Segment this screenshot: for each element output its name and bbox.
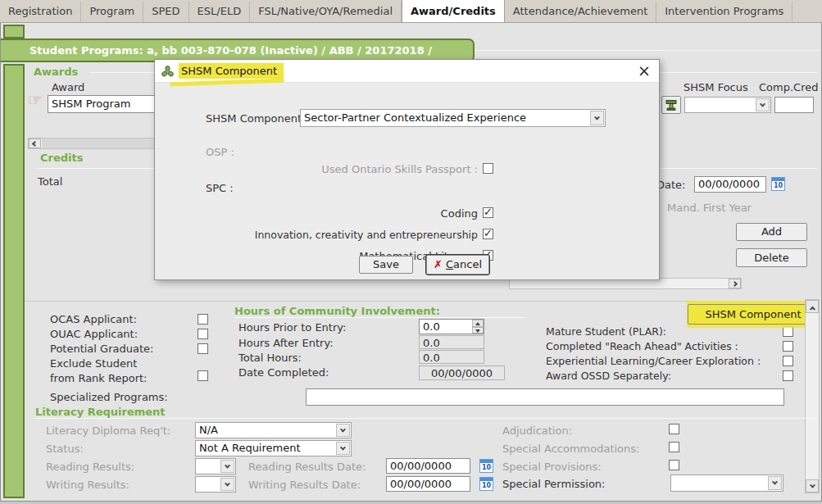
modal-component-label: SHSM Component	[206, 112, 302, 125]
cancel-label: Cancel	[446, 256, 482, 273]
literacy-rule	[35, 418, 816, 419]
scroll-left-button[interactable]	[29, 138, 41, 148]
tab-fsl-native-oya-remedial[interactable]: FSL/Native/OYA/Remedial	[250, 2, 402, 22]
calendar-icon[interactable]: 10	[771, 177, 785, 191]
hours-after-input: 0.0	[419, 335, 484, 349]
writing-results-date-input[interactable]: 00/00/0000	[386, 476, 470, 492]
osp-checkbox-label: Used Ontario Skills Passport :	[273, 163, 478, 175]
hours-after-label: Hours After Entry:	[238, 337, 334, 349]
scroll-down-button[interactable]	[806, 479, 819, 493]
credits-heading: Credits	[40, 152, 83, 164]
specialized-programs-input[interactable]	[306, 388, 784, 406]
tab-attendance-achievement[interactable]: Attendance/Achievement	[505, 2, 656, 22]
chevron-left-icon	[32, 140, 38, 146]
calendar-icon-number: 10	[480, 464, 493, 472]
shsm-tool-button[interactable]	[661, 96, 681, 114]
ouac-applicant-label: OUAC Applicant:	[50, 328, 138, 340]
chevron-down-icon[interactable]	[336, 442, 350, 455]
modal-component-value: Sector-Partner Contextualized Experience	[304, 111, 526, 124]
literacy-diploma-label: Literacy Diploma Req't:	[46, 425, 170, 437]
save-button[interactable]: Save	[359, 256, 413, 274]
literacy-status-label: Status:	[46, 443, 84, 455]
calendar-icon[interactable]: 10	[479, 477, 493, 491]
calendar-icon[interactable]: 10	[479, 459, 493, 473]
potential-graduate-checkbox[interactable]	[198, 343, 208, 354]
award-ossd-label: Award OSSD Separately:	[546, 370, 671, 382]
calendar-icon-number: 10	[772, 182, 784, 190]
spc-innovation-checkbox[interactable]	[483, 229, 493, 239]
spc-group-label: SPC :	[206, 182, 234, 194]
credits-date-input[interactable]: 00/00/0000	[694, 176, 766, 193]
ocas-applicant-checkbox[interactable]	[198, 314, 208, 325]
adjudication-checkbox[interactable]	[669, 424, 679, 434]
modal-component-dropdown[interactable]: Sector-Partner Contextualized Experience	[300, 109, 606, 127]
panel-vscrollbar[interactable]	[805, 299, 820, 493]
spin-down-button[interactable]	[472, 327, 484, 334]
tab-registration[interactable]: Registration	[0, 2, 81, 22]
header-divider-line	[475, 50, 820, 51]
hours-prior-spinner[interactable]	[472, 320, 484, 334]
shsm-focus-dropdown[interactable]	[684, 97, 771, 113]
comp-cred-input[interactable]	[774, 97, 814, 113]
cancel-button[interactable]: ✗ Cancel	[426, 255, 489, 275]
literacy-diploma-dropdown[interactable]: N/A	[195, 422, 352, 438]
tab-esl-eld[interactable]: ESL/ELD	[189, 2, 251, 22]
tab-bar: Registration Program SPED ESL/ELD FSL/Na…	[0, 0, 822, 23]
exclude-student-label-line2: from Rank Report:	[50, 372, 147, 384]
page-title: Student Programs: a, bb 003-870-078 (Ina…	[30, 44, 432, 57]
chevron-down-icon[interactable]	[220, 478, 234, 491]
used-osp-checkbox[interactable]	[483, 163, 493, 174]
mature-student-checkbox[interactable]	[783, 326, 793, 337]
spc-coding-checkbox[interactable]	[483, 207, 493, 218]
tab-sped[interactable]: SPED	[143, 2, 188, 22]
potential-graduate-label: Potential Graduate:	[50, 343, 153, 355]
chevron-down-icon[interactable]	[756, 98, 770, 111]
calendar-icon-top	[772, 178, 784, 181]
chevron-down-icon[interactable]	[590, 111, 604, 125]
writing-results-label: Writing Results:	[46, 479, 129, 491]
tab-award-credits[interactable]: Award/Credits	[402, 0, 505, 22]
reach-ahead-checkbox[interactable]	[783, 341, 793, 352]
shsm-component-button[interactable]: SHSM Component	[688, 304, 819, 325]
row-pointer-hand-icon: ☞	[28, 90, 43, 110]
writing-results-dropdown[interactable]	[195, 476, 236, 493]
chevron-down-icon[interactable]	[768, 476, 782, 490]
ouac-applicant-checkbox[interactable]	[198, 329, 208, 339]
triangle-down-icon	[475, 329, 480, 333]
spc-coding-label: Coding	[273, 207, 478, 220]
literacy-diploma-value: N/A	[199, 424, 218, 436]
close-icon[interactable]: ×	[638, 61, 651, 79]
tab-program[interactable]: Program	[81, 2, 143, 22]
calendar-icon-top	[480, 460, 493, 463]
special-provisions-checkbox[interactable]	[669, 460, 679, 470]
osp-group-label: OSP :	[206, 146, 234, 158]
delete-button[interactable]: Delete	[736, 248, 807, 267]
ocas-applicant-label: OCAS Applicant:	[50, 313, 137, 325]
hours-heading: Hours of Community Involvement:	[234, 305, 440, 317]
reading-results-dropdown[interactable]	[195, 458, 236, 474]
scroll-right-button[interactable]	[729, 279, 741, 288]
special-accommodations-checkbox[interactable]	[669, 442, 679, 452]
dialog-titlebar[interactable]: SHSM Component ×	[155, 60, 659, 83]
left-green-strip	[3, 64, 25, 498]
reading-results-label: Reading Results:	[46, 461, 134, 473]
add-button[interactable]: Add	[736, 223, 807, 241]
exclude-student-checkbox[interactable]	[198, 370, 208, 381]
special-permission-dropdown[interactable]	[670, 474, 783, 492]
tab-intervention-programs[interactable]: Intervention Programs	[656, 2, 792, 22]
exclude-student-label-line1: Exclude Student	[50, 357, 137, 370]
reading-results-date-input[interactable]: 00/00/0000	[386, 458, 470, 474]
chevron-right-icon	[732, 280, 738, 286]
app-window: Registration Program SPED ESL/ELD FSL/Na…	[0, 0, 822, 504]
chevron-down-icon[interactable]	[336, 424, 350, 437]
spc-innovation-label: Innovation, creativity and entrepreneurs…	[232, 229, 478, 241]
spin-up-button[interactable]	[472, 320, 484, 327]
experiential-learning-checkbox[interactable]	[783, 356, 793, 366]
chevron-down-icon[interactable]	[220, 460, 234, 473]
literacy-heading: Literacy Requirement	[35, 406, 166, 418]
literacy-status-dropdown[interactable]: Not A Requirement	[195, 440, 352, 456]
award-ossd-checkbox[interactable]	[783, 370, 793, 381]
scroll-up-button[interactable]	[806, 300, 819, 313]
special-provisions-label: Special Provisions:	[502, 461, 602, 473]
special-accommodations-label: Special Accommodations:	[502, 443, 639, 455]
